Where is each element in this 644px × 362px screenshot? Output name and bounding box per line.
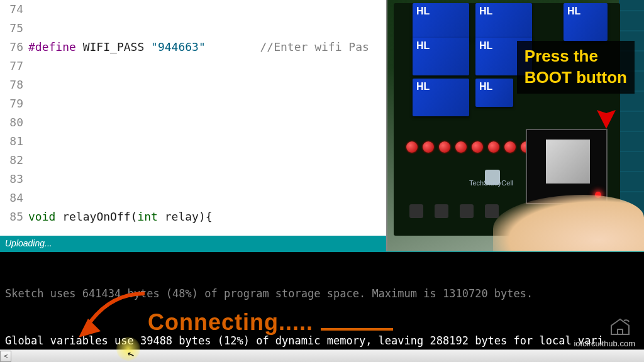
curved-arrow-icon: [72, 290, 148, 341]
tactile-button: [460, 204, 474, 218]
scroll-left-button[interactable]: <: [0, 351, 11, 362]
token: //Enter wifi Pas: [206, 40, 369, 53]
token: (: [131, 210, 138, 223]
tactile-buttons: [409, 204, 499, 218]
status-led: [488, 141, 499, 153]
status-led: [406, 141, 418, 153]
line-number: 81: [0, 132, 23, 151]
line-number: 83: [0, 170, 23, 189]
relay-module: [475, 3, 532, 41]
line-number: 77: [0, 57, 23, 75]
status-led: [472, 141, 483, 153]
line-number: 80: [0, 113, 23, 132]
line-number: 85: [0, 207, 23, 226]
line-number: 75: [0, 19, 23, 38]
status-led: [504, 141, 516, 153]
scroll-track[interactable]: [11, 351, 644, 362]
annotation-underline: [321, 328, 393, 331]
tactile-button: [485, 204, 499, 218]
token: WIFI_PASS: [76, 40, 151, 53]
line-number: 82: [0, 151, 23, 170]
relay-module: [413, 3, 469, 41]
annotation-boot: Press the BOOT button: [517, 41, 635, 94]
horizontal-scrollbar[interactable]: <: [0, 349, 644, 362]
relay-module: [564, 3, 608, 41]
status-led: [423, 141, 434, 153]
esp32-module: [526, 129, 608, 204]
annotation-text: BOOT button: [525, 67, 627, 89]
relay-module: [413, 38, 469, 75]
line-number: 79: [0, 94, 23, 113]
token: int: [137, 210, 158, 223]
token: void: [28, 210, 55, 223]
token: relay){: [158, 210, 213, 223]
status-led: [439, 141, 450, 153]
annotation-text: Press the: [525, 46, 627, 67]
line-number-gutter: 74 75 76 77 78 79 80 81 82 83 84 85: [0, 0, 28, 236]
annotation-connecting: Connecting.....: [148, 309, 313, 336]
relay-module: [475, 79, 513, 107]
line-number: 78: [0, 75, 23, 94]
token: #define: [28, 40, 76, 53]
board-brand-label: TechStudyCell: [469, 179, 513, 187]
watermark-text: iotcircuithub.com: [574, 339, 635, 348]
tactile-button: [409, 204, 423, 218]
line-number: 76: [0, 38, 23, 57]
arrow-down-icon: [594, 91, 619, 129]
line-number: 84: [0, 189, 23, 207]
status-text: Uploading...: [5, 238, 52, 248]
tactile-button: [435, 204, 448, 218]
token: relayOnOff: [55, 210, 130, 223]
esp32-chip: [546, 140, 590, 184]
watermark-house-icon: [609, 317, 631, 338]
status-led: [455, 141, 467, 153]
led-row: [406, 141, 532, 153]
line-number: 74: [0, 0, 23, 19]
token: "944663": [151, 40, 206, 53]
relay-module: [413, 79, 469, 116]
